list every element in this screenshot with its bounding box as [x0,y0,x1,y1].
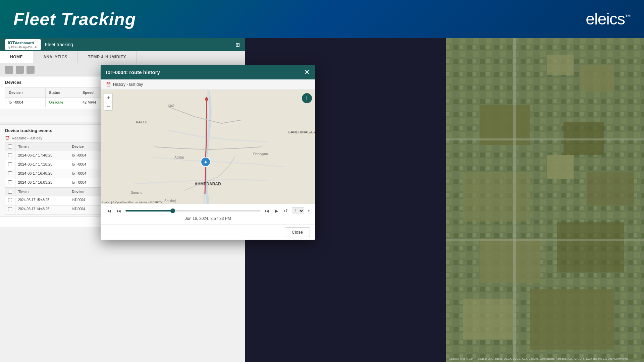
close-button[interactable]: Close [285,227,310,237]
device-id: IoT-0004 [5,98,46,107]
svg-text:Kadi: Kadi [168,104,174,107]
row-checkbox[interactable] [8,171,12,175]
svg-text:Leaflet | © OpenStreetMap cont: Leaflet | © OpenStreetMap contributors ©… [102,201,162,204]
row-checkbox[interactable] [8,198,12,202]
modal-title: IoT-0004: route history [106,69,160,75]
svg-rect-13 [480,239,540,283]
tab-analytics[interactable]: ANALYTICS [33,51,78,63]
map-zoom-controls: + − [104,93,113,111]
svg-rect-14 [557,222,624,273]
modal-map[interactable]: KALOL GANDHINAGAR Adalaj Dahegam AHMEDAB… [101,90,315,204]
dashboard-topbar: IOTdashboard by Eleics Design Pvt. Ltd. … [0,38,245,51]
svg-rect-12 [587,172,634,205]
svg-text:Dahegam: Dahegam [253,152,268,156]
settings-icon[interactable] [26,66,35,74]
svg-rect-15 [463,299,513,340]
zoom-out-button[interactable]: − [104,102,113,111]
svg-rect-16 [530,289,614,350]
modal-header: IoT-0004: route history ✕ [101,65,315,79]
progress-track[interactable] [125,210,261,212]
dashboard-brand: IOTdashboard by Eleics Design Pvt. Ltd. … [5,39,73,50]
col-device: Device ↑ [5,88,46,97]
playback-controls: ⏮ ⏭ ⏭ ▶ ↺ 1 2 4 ▼ [105,207,311,214]
svg-text:Sarkhej: Sarkhej [164,199,176,203]
progress-fill [125,210,173,212]
speed-select[interactable]: 1 2 4 [292,207,304,214]
svg-text:Adalaj: Adalaj [174,156,184,159]
svg-rect-18 [446,138,644,140]
event-device: IoT-0004 [69,169,103,178]
event-device: IoT-0004 [69,160,103,169]
row-checkbox[interactable] [8,207,12,211]
speed-icon: ▼ [307,209,311,213]
svg-text:Sanand: Sanand [131,191,142,194]
svg-rect-19 [446,239,644,241]
event-time: 2024-06-17 16:03:25 [15,178,69,187]
skip-first-button[interactable]: ⏮ [105,207,113,214]
app-header: Fleet Tracking eleics™ [0,0,644,38]
tab-home[interactable]: HOME [0,51,33,63]
zoom-in-button[interactable]: + [104,93,113,102]
svg-text:▲: ▲ [203,159,208,164]
route-history-modal: IoT-0004: route history ✕ ⏰ History - la… [101,65,315,240]
svg-rect-6 [547,55,574,75]
svg-rect-7 [580,65,614,92]
event-device: IoT-0004 [69,178,103,187]
modal-subheader: ⏰ History - last day [101,79,315,90]
playback-bar: ⏮ ⏭ ⏭ ▶ ↺ 1 2 4 ▼ Jun 16, 2024, 8:57:33 … [101,204,315,224]
history-label: History - last day [113,82,143,87]
svg-text:Leaflet | Tiles © Esri — Sourc: Leaflet | Tiles © Esri — Source: Esri, i… [449,357,628,360]
modal-close-button[interactable]: ✕ [304,69,310,75]
svg-text:KALOL: KALOL [136,120,148,124]
app-title: Fleet Tracking [13,9,136,29]
select-all-checkbox[interactable] [8,144,12,148]
next-frame-button[interactable]: ⏭ [263,207,271,214]
select-all-notif[interactable] [8,190,12,194]
col-device: Device [69,142,103,151]
brand-logo: IOTdashboard by Eleics Design Pvt. Ltd. [5,39,41,50]
event-time: 2024-06-17 17:18:25 [15,160,69,169]
dashboard-section-title: Fleet tracking [45,42,73,47]
tab-temp-humidity[interactable]: TEMP & HUMIDITY [78,51,137,63]
info-button[interactable]: i [302,93,312,103]
prev-frame-button[interactable]: ⏭ [115,207,123,214]
device-status: On route [46,98,79,107]
progress-thumb[interactable] [170,208,175,213]
svg-rect-10 [463,172,530,222]
modal-footer: Close [101,224,315,240]
row-checkbox[interactable] [8,180,12,184]
event-device: IoT-0004 [69,151,103,160]
brand-logo-eleics: eleics™ [586,10,631,28]
clock-icon: ⏰ [106,82,111,87]
playback-timestamp: Jun 16, 2024, 8:57:33 PM [105,216,311,221]
svg-rect-17 [513,38,516,362]
row-checkbox[interactable] [8,162,12,166]
svg-rect-11 [547,155,574,179]
main-area: IOTdashboard by Eleics Design Pvt. Ltd. … [0,38,644,362]
events-title: Device tracking events [5,128,52,133]
event-time: 2024-06-17 16:48:25 [15,169,69,178]
search-icon[interactable] [5,66,13,74]
col-time: Time ↓ [15,142,69,151]
col-status: Status [46,88,79,97]
event-time: 2024-06-17 17:48:25 [15,151,69,160]
play-button[interactable]: ▶ [273,207,280,214]
nav-tabs: HOME ANALYTICS TEMP & HUMIDITY [0,51,245,63]
row-checkbox[interactable] [8,153,12,157]
loop-button[interactable]: ↺ [282,207,289,214]
filter-icon[interactable] [16,66,24,74]
satellite-map: Leaflet | Tiles © Esri — Source: Esri, i… [446,38,644,362]
expand-icon[interactable]: ⊞ [235,42,240,48]
svg-text:AHMEDABAD: AHMEDABAD [195,182,221,186]
svg-text:GANDHINAGAR: GANDHINAGAR [288,130,315,134]
